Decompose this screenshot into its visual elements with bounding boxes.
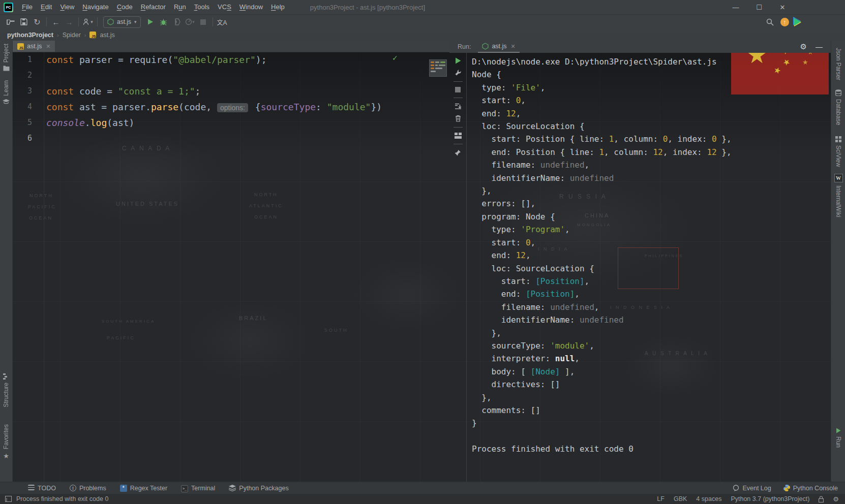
menu-navigate[interactable]: Navigate bbox=[78, 0, 112, 14]
layout-settings-icon[interactable] bbox=[455, 133, 462, 139]
sidebar-item-project[interactable]: Project bbox=[0, 44, 12, 71]
window-title: python3Project - ast.js [python3Project] bbox=[310, 4, 425, 11]
line-number: 5 bbox=[13, 115, 32, 131]
user-profile-button[interactable]: ▾ bbox=[81, 16, 95, 28]
maximize-button[interactable]: ☐ bbox=[747, 0, 771, 14]
tool-window-button-label: Problems bbox=[79, 485, 106, 492]
pin-icon[interactable] bbox=[455, 149, 461, 156]
run-console-output[interactable]: D:\nodejs\node.exe D:\python3Project\Spi… bbox=[467, 53, 831, 482]
tool-window-button-python-console[interactable]: Python Console bbox=[783, 485, 838, 492]
open-folder-button[interactable] bbox=[4, 16, 17, 28]
sync-button[interactable]: ↻ bbox=[31, 16, 44, 28]
menu-file[interactable]: File bbox=[18, 0, 37, 14]
status-encoding[interactable]: GBK bbox=[674, 495, 687, 502]
settings-gear-icon[interactable]: ⚙ bbox=[833, 495, 839, 503]
status-indent[interactable]: 4 spaces bbox=[696, 495, 721, 502]
close-button[interactable]: ✕ bbox=[771, 0, 794, 14]
line-number: 3 bbox=[13, 83, 32, 99]
breadcrumb-project[interactable]: python3Project bbox=[7, 32, 53, 39]
code-line[interactable]: 6 bbox=[13, 131, 449, 146]
status-interpreter[interactable]: Python 3.7 (python3Project) bbox=[731, 495, 809, 502]
tool-window-toggle-icon[interactable] bbox=[5, 496, 12, 502]
coverage-button[interactable] bbox=[170, 16, 184, 28]
sidebar-item-run[interactable]: Run bbox=[831, 428, 845, 448]
code-line[interactable]: 2 bbox=[13, 68, 449, 83]
toolbar-separator bbox=[454, 144, 463, 144]
console-line: directives: [] bbox=[472, 378, 831, 391]
tool-window-button-regex-tester[interactable]: *Regex Tester bbox=[120, 484, 167, 492]
search-everywhere-button[interactable] bbox=[763, 16, 776, 28]
breadcrumb-folder[interactable]: Spider bbox=[63, 32, 81, 39]
menu-tools[interactable]: Tools bbox=[190, 0, 214, 14]
forward-button[interactable]: → bbox=[63, 16, 76, 28]
settings-wrench-icon[interactable] bbox=[455, 69, 462, 76]
menu-refactor[interactable]: Refactor bbox=[137, 0, 170, 14]
status-line-ending[interactable]: LF bbox=[657, 495, 665, 502]
inspection-ok-icon[interactable]: ✓ bbox=[393, 53, 398, 62]
nodejs-icon bbox=[482, 43, 489, 50]
sidebar-item-sciview[interactable]: SciView bbox=[831, 136, 845, 167]
sidebar-item-json-parser[interactable]: Json Parser bbox=[831, 48, 845, 80]
menu-vcs[interactable]: VCS bbox=[214, 0, 235, 14]
run-tab-astjs[interactable]: ast.js ✕ bbox=[478, 41, 519, 53]
hide-panel-icon[interactable]: — bbox=[816, 43, 823, 51]
minimize-button[interactable]: — bbox=[724, 0, 747, 14]
profiler-button[interactable]: ▾ bbox=[184, 16, 197, 28]
code-line[interactable]: 5console.log(ast) bbox=[13, 115, 449, 131]
run-button[interactable] bbox=[144, 16, 157, 28]
close-icon[interactable]: ✕ bbox=[511, 43, 516, 50]
code-line[interactable]: 1const parser = require("@babel/parser")… bbox=[13, 52, 449, 68]
breadcrumb-separator: › bbox=[57, 32, 59, 38]
packages-icon bbox=[229, 485, 236, 491]
code-line-text: const parser = require("@babel/parser"); bbox=[46, 52, 267, 68]
tool-window-button-todo[interactable]: TODO bbox=[28, 485, 56, 492]
lock-icon[interactable] bbox=[819, 496, 824, 502]
menu-view[interactable]: View bbox=[56, 0, 78, 14]
menu-help[interactable]: Help bbox=[267, 0, 289, 14]
stop-button[interactable] bbox=[455, 87, 461, 92]
sidebar-item-learn[interactable]: Learn bbox=[0, 80, 12, 105]
close-icon[interactable]: ✕ bbox=[46, 43, 50, 50]
code-line[interactable]: 3const code = "const a = 1;"; bbox=[13, 83, 449, 99]
tool-window-button-problems[interactable]: !Problems bbox=[70, 485, 106, 492]
translate-button[interactable]: 文A bbox=[216, 16, 229, 28]
back-button[interactable]: ← bbox=[49, 16, 63, 28]
stop-button[interactable] bbox=[197, 16, 210, 28]
console-line: end: Position { line: 1, column: 12, ind… bbox=[472, 146, 831, 159]
rerun-button[interactable] bbox=[455, 57, 461, 64]
code-line[interactable]: 4const ast = parser.parse(code, options:… bbox=[13, 99, 449, 115]
sidebar-item-database[interactable]: Database bbox=[831, 89, 845, 125]
sidebar-item-favorites[interactable]: Favorites ★ bbox=[0, 424, 12, 460]
tool-window-button-label: Terminal bbox=[191, 485, 215, 492]
chevron-down-icon: ▾ bbox=[134, 19, 137, 24]
tool-window-button-python-packages[interactable]: Python Packages bbox=[229, 485, 288, 492]
scroll-to-end-button[interactable] bbox=[455, 103, 462, 110]
console-line: end: [Position], bbox=[472, 288, 831, 300]
tool-window-button-event-log[interactable]: Event Log bbox=[733, 485, 771, 492]
editor-tab-astjs[interactable]: JS ast.js ✕ bbox=[13, 41, 55, 52]
menu-run[interactable]: Run bbox=[170, 0, 190, 14]
breadcrumb-separator: › bbox=[84, 32, 86, 38]
code-editor[interactable]: 1const parser = require("@babel/parser")… bbox=[13, 52, 449, 482]
menu-code[interactable]: Code bbox=[113, 0, 137, 14]
tool-window-button-label: Python Console bbox=[793, 485, 838, 492]
js-file-icon: JS bbox=[17, 43, 24, 50]
save-all-button[interactable] bbox=[17, 16, 31, 28]
breadcrumb-file[interactable]: ast.js bbox=[100, 32, 114, 39]
debug-button[interactable] bbox=[157, 16, 170, 28]
menu-edit[interactable]: Edit bbox=[37, 0, 56, 14]
plugin-logo-icon[interactable] bbox=[794, 18, 801, 26]
flag-star-icon: ★ bbox=[772, 65, 782, 76]
console-line: }, bbox=[472, 327, 831, 339]
menu-window[interactable]: Window bbox=[235, 0, 267, 14]
clear-all-trash-icon[interactable] bbox=[455, 115, 461, 122]
run-configuration-selector[interactable]: ast.js ▾ bbox=[103, 16, 141, 28]
toolbar-separator bbox=[97, 17, 98, 26]
tool-window-button-terminal[interactable]: >_Terminal bbox=[181, 484, 215, 492]
sidebar-item-internalwiki[interactable]: W InternalWiki bbox=[831, 174, 845, 217]
editor-tab-bar: JS ast.js ✕ bbox=[13, 41, 449, 52]
sidebar-item-structure[interactable]: Structure bbox=[0, 373, 12, 407]
console-line: start: 0, bbox=[472, 94, 831, 107]
update-available-icon[interactable]: ↑ bbox=[780, 18, 789, 26]
gear-icon[interactable]: ⚙ bbox=[800, 42, 807, 51]
